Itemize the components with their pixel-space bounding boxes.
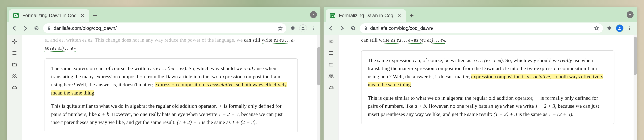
scroll-thumb[interactable] <box>317 47 320 85</box>
vertical-scrollbar[interactable] <box>317 35 320 140</box>
p1-math1: e₁ … (eₙ₋₁ eₙ) <box>156 65 186 71</box>
forward-button[interactable] <box>338 24 346 33</box>
prelude-plain-a: can still <box>244 37 262 43</box>
tab-title: Formalizing Dawn in Coq <box>22 13 77 18</box>
scroll-thumb[interactable] <box>634 37 637 75</box>
callout-box: The same expression can, of course, be w… <box>361 50 614 124</box>
tab-close-button[interactable] <box>397 13 402 18</box>
prelude-plain-a: can still <box>361 37 379 43</box>
callout-paragraph-2: This is quite similar to what we do in a… <box>368 94 608 118</box>
p2-123: 1 + 2 + 3 <box>535 103 555 109</box>
extensions-button[interactable] <box>288 24 298 33</box>
p2-123: 1 + 2 + 3 <box>218 111 239 117</box>
side-rail <box>324 35 338 140</box>
profile-avatar-button[interactable] <box>299 24 307 32</box>
window-control-icon[interactable] <box>310 11 317 18</box>
page-viewport: can still write e₁ e₂ … eₙ as (e₁ e₂) … … <box>338 35 637 140</box>
gear-icon[interactable] <box>11 38 18 45</box>
people-icon[interactable] <box>11 73 18 79</box>
p2-c: . However, no one really bats an eye whe… <box>426 103 535 109</box>
p1-hl-dot: . <box>94 90 96 95</box>
prelude-faded: e₁ and e₂, written e₁ e₂. This change do… <box>44 37 244 43</box>
profile-avatar-button[interactable] <box>616 24 624 32</box>
menu-button[interactable] <box>625 24 634 33</box>
lock-icon <box>364 26 368 30</box>
tab-title: Formalizing Dawn in Coq <box>339 13 393 18</box>
prelude-dot: . <box>445 37 446 43</box>
vertical-scrollbar[interactable] <box>634 35 637 140</box>
p2-lhs: (1 + 2) + 3 <box>177 119 200 125</box>
forward-button[interactable] <box>21 24 30 33</box>
list-icon[interactable] <box>11 50 18 57</box>
prelude-plain-c: as <box>413 37 420 43</box>
article-body: can still write e₁ e₂ … eₙ as (e₁ e₂) … … <box>338 35 637 131</box>
cloud-icon[interactable] <box>11 84 18 91</box>
prelude-dotted-b: write <box>379 37 391 43</box>
prelude-dotted-b: write <box>262 37 274 43</box>
window-control-icon[interactable] <box>626 11 634 18</box>
address-bar[interactable]: danilafe.com/blog/coq_dawn/ <box>43 23 286 33</box>
callout-paragraph-1: The same expression can, of course, be w… <box>51 64 291 97</box>
cloud-icon[interactable] <box>328 84 334 91</box>
prelude-math-ab: e₁ e₂ … eₙ <box>391 37 413 43</box>
list-icon[interactable] <box>328 50 334 57</box>
browser-tab[interactable]: Formalizing Dawn in Coq <box>9 10 89 22</box>
p1-a: The same expression can, of course, be w… <box>368 57 472 63</box>
callout-paragraph-1: The same expression can, of course, be w… <box>368 56 608 89</box>
p2-e: is the same as <box>517 111 549 117</box>
tab-bar: Formalizing Dawn in Coq <box>324 7 637 22</box>
p2-plus: + <box>535 95 539 101</box>
p1-hl-assoc: associative <box>527 74 550 79</box>
new-tab-button[interactable] <box>407 11 416 20</box>
menu-button[interactable] <box>308 24 318 33</box>
star-bookmark-icon[interactable] <box>278 26 282 31</box>
browser-tab[interactable]: Formalizing Dawn in Coq <box>326 10 406 22</box>
p1-b: . So, which way should we <box>502 57 560 63</box>
p2-rhs: 1 + (2 + 3) <box>548 111 572 117</box>
prelude-math-cd: (e₁ e₂) … eₙ <box>420 37 445 43</box>
address-bar[interactable]: danilafe.com/blog/coq_dawn/ <box>360 23 603 33</box>
content-area: e₁ and e₂, written e₁ e₂. This change do… <box>7 35 320 140</box>
p2-c: . However, no one really bats an eye whe… <box>109 111 218 117</box>
prelude-math-ab: e₁ e₂ … eₙ <box>274 37 296 43</box>
p1-b: . So, which way should we <box>186 65 243 71</box>
toolbar: danilafe.com/blog/coq_dawn/ <box>324 22 637 35</box>
p2-a: This is quite similar to what we do in a… <box>368 95 535 101</box>
tab-close-button[interactable] <box>80 13 85 18</box>
prelude-math-cd: (e₁ e₂) … eₙ <box>50 45 76 51</box>
p1-math1: e₁ … (eₙ₋₁ eₙ) <box>472 57 502 63</box>
back-button[interactable] <box>10 24 19 33</box>
p1-really: really <box>560 57 572 63</box>
p1-a: The same expression can, of course, be w… <box>51 65 156 71</box>
toolbar: danilafe.com/blog/coq_dawn/ <box>7 22 320 35</box>
url-text: danilafe.com/blog/coq_dawn/ <box>54 26 275 31</box>
folder-icon[interactable] <box>11 61 18 68</box>
p2-rhs: 1 + (2 + 3) <box>232 119 255 125</box>
p2-ab: a + b <box>414 103 426 109</box>
reload-button[interactable] <box>348 24 358 33</box>
p1-hl-assoc: associative <box>210 82 233 87</box>
prelude-text: e₁ and e₂, written e₁ e₂. This change do… <box>44 35 298 52</box>
people-icon[interactable] <box>328 73 334 79</box>
site-favicon-icon <box>330 13 336 18</box>
gear-icon[interactable] <box>328 38 334 45</box>
site-favicon-icon <box>13 13 19 18</box>
new-tab-button[interactable] <box>90 11 100 20</box>
star-bookmark-icon[interactable] <box>594 26 599 31</box>
side-rail <box>7 35 22 140</box>
callout-box: The same expression can, of course, be w… <box>44 58 298 132</box>
article-body: e₁ and e₂, written e₁ e₂. This change do… <box>22 35 320 139</box>
lock-icon <box>47 26 51 30</box>
folder-icon[interactable] <box>328 61 334 68</box>
p2-a: This is quite similar to what we do in a… <box>51 103 218 109</box>
prelude-plain-c: as <box>44 45 50 51</box>
p1-hl-a: expression composition is <box>155 82 210 87</box>
p2-e: is the same as <box>200 119 232 125</box>
p1-hl-dot: . <box>411 82 412 87</box>
p2-dot: . <box>256 119 257 125</box>
extensions-button[interactable] <box>605 24 614 33</box>
url-text: danilafe.com/blog/coq_dawn/ <box>370 26 592 31</box>
page-viewport: e₁ and e₂, written e₁ e₂. This change do… <box>22 35 320 140</box>
back-button[interactable] <box>326 24 336 33</box>
reload-button[interactable] <box>32 24 41 33</box>
